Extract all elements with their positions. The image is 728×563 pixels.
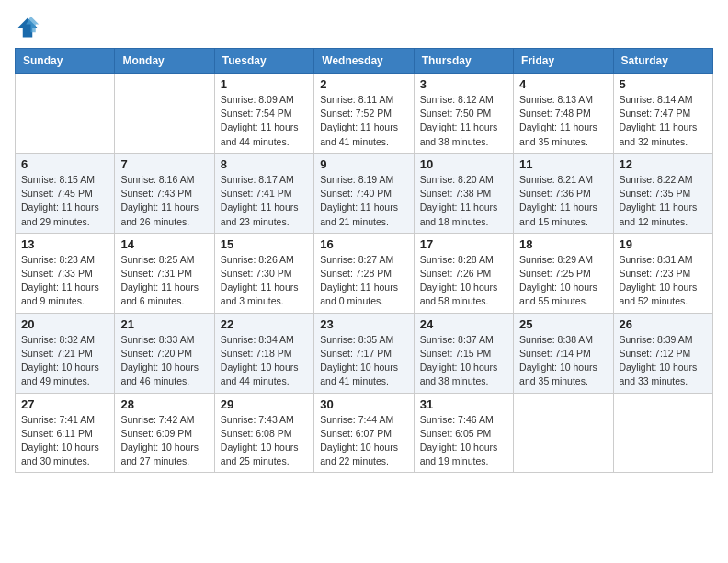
calendar-day-cell: 12Sunrise: 8:22 AM Sunset: 7:35 PM Dayli… bbox=[613, 153, 712, 233]
calendar-day-cell: 10Sunrise: 8:20 AM Sunset: 7:38 PM Dayli… bbox=[414, 153, 513, 233]
calendar-day-cell bbox=[613, 393, 712, 473]
calendar-day-cell: 17Sunrise: 8:28 AM Sunset: 7:26 PM Dayli… bbox=[414, 233, 513, 313]
day-number: 31 bbox=[420, 397, 507, 411]
day-number: 29 bbox=[221, 397, 308, 411]
day-info: Sunrise: 7:41 AM Sunset: 6:11 PM Dayligh… bbox=[21, 413, 108, 469]
day-number: 11 bbox=[519, 157, 607, 171]
day-info: Sunrise: 8:39 AM Sunset: 7:12 PM Dayligh… bbox=[620, 333, 707, 389]
day-number: 17 bbox=[420, 237, 507, 251]
day-info: Sunrise: 7:46 AM Sunset: 6:05 PM Dayligh… bbox=[420, 413, 507, 469]
weekday-header: Saturday bbox=[613, 49, 712, 74]
calendar-day-cell: 30Sunrise: 7:44 AM Sunset: 6:07 PM Dayli… bbox=[314, 393, 414, 473]
day-info: Sunrise: 8:35 AM Sunset: 7:17 PM Dayligh… bbox=[320, 333, 407, 389]
calendar-day-cell: 25Sunrise: 8:38 AM Sunset: 7:14 PM Dayli… bbox=[514, 313, 613, 393]
day-info: Sunrise: 8:34 AM Sunset: 7:18 PM Dayligh… bbox=[221, 333, 308, 389]
calendar-week-row: 6Sunrise: 8:15 AM Sunset: 7:45 PM Daylig… bbox=[16, 153, 713, 233]
day-number: 20 bbox=[21, 317, 108, 331]
day-number: 15 bbox=[221, 237, 308, 251]
page-header bbox=[15, 15, 713, 40]
calendar-day-cell bbox=[514, 393, 613, 473]
calendar-day-cell: 7Sunrise: 8:16 AM Sunset: 7:43 PM Daylig… bbox=[115, 153, 214, 233]
day-info: Sunrise: 8:17 AM Sunset: 7:41 PM Dayligh… bbox=[221, 173, 308, 229]
day-info: Sunrise: 8:38 AM Sunset: 7:14 PM Dayligh… bbox=[519, 333, 607, 389]
day-info: Sunrise: 8:29 AM Sunset: 7:25 PM Dayligh… bbox=[519, 253, 607, 309]
day-number: 21 bbox=[120, 317, 208, 331]
day-number: 4 bbox=[519, 77, 607, 91]
day-number: 28 bbox=[120, 397, 208, 411]
day-number: 1 bbox=[221, 77, 308, 91]
day-info: Sunrise: 8:31 AM Sunset: 7:23 PM Dayligh… bbox=[620, 253, 707, 309]
calendar-day-cell: 14Sunrise: 8:25 AM Sunset: 7:31 PM Dayli… bbox=[115, 233, 214, 313]
day-info: Sunrise: 8:26 AM Sunset: 7:30 PM Dayligh… bbox=[221, 253, 308, 309]
day-info: Sunrise: 8:28 AM Sunset: 7:26 PM Dayligh… bbox=[420, 253, 507, 309]
calendar-week-row: 1Sunrise: 8:09 AM Sunset: 7:54 PM Daylig… bbox=[16, 74, 713, 154]
day-info: Sunrise: 8:32 AM Sunset: 7:21 PM Dayligh… bbox=[21, 333, 108, 389]
day-number: 18 bbox=[519, 237, 607, 251]
weekday-header: Monday bbox=[115, 49, 214, 74]
day-info: Sunrise: 8:16 AM Sunset: 7:43 PM Dayligh… bbox=[120, 173, 208, 229]
calendar-day-cell: 4Sunrise: 8:13 AM Sunset: 7:48 PM Daylig… bbox=[514, 74, 613, 154]
day-number: 30 bbox=[320, 397, 407, 411]
calendar-day-cell: 23Sunrise: 8:35 AM Sunset: 7:17 PM Dayli… bbox=[314, 313, 414, 393]
weekday-header-row: SundayMondayTuesdayWednesdayThursdayFrid… bbox=[16, 49, 713, 74]
day-info: Sunrise: 8:25 AM Sunset: 7:31 PM Dayligh… bbox=[120, 253, 208, 309]
day-info: Sunrise: 8:23 AM Sunset: 7:33 PM Dayligh… bbox=[21, 253, 108, 309]
calendar-day-cell: 16Sunrise: 8:27 AM Sunset: 7:28 PM Dayli… bbox=[314, 233, 414, 313]
day-info: Sunrise: 8:12 AM Sunset: 7:50 PM Dayligh… bbox=[420, 93, 507, 149]
day-number: 2 bbox=[320, 77, 407, 91]
calendar-day-cell: 1Sunrise: 8:09 AM Sunset: 7:54 PM Daylig… bbox=[214, 74, 313, 154]
day-info: Sunrise: 8:14 AM Sunset: 7:47 PM Dayligh… bbox=[620, 93, 707, 149]
day-number: 5 bbox=[620, 77, 707, 91]
day-number: 27 bbox=[21, 397, 108, 411]
day-number: 26 bbox=[620, 317, 707, 331]
calendar-day-cell: 18Sunrise: 8:29 AM Sunset: 7:25 PM Dayli… bbox=[514, 233, 613, 313]
calendar-day-cell: 21Sunrise: 8:33 AM Sunset: 7:20 PM Dayli… bbox=[115, 313, 214, 393]
calendar-table: SundayMondayTuesdayWednesdayThursdayFrid… bbox=[15, 48, 713, 473]
day-info: Sunrise: 8:21 AM Sunset: 7:36 PM Dayligh… bbox=[519, 173, 607, 229]
logo bbox=[15, 15, 44, 40]
day-number: 25 bbox=[519, 317, 607, 331]
day-number: 3 bbox=[420, 77, 507, 91]
calendar-day-cell: 9Sunrise: 8:19 AM Sunset: 7:40 PM Daylig… bbox=[314, 153, 414, 233]
day-info: Sunrise: 8:13 AM Sunset: 7:48 PM Dayligh… bbox=[519, 93, 607, 149]
calendar-day-cell: 2Sunrise: 8:11 AM Sunset: 7:52 PM Daylig… bbox=[314, 74, 414, 154]
day-info: Sunrise: 8:27 AM Sunset: 7:28 PM Dayligh… bbox=[320, 253, 407, 309]
day-number: 10 bbox=[420, 157, 507, 171]
calendar-day-cell: 26Sunrise: 8:39 AM Sunset: 7:12 PM Dayli… bbox=[613, 313, 712, 393]
calendar-day-cell: 13Sunrise: 8:23 AM Sunset: 7:33 PM Dayli… bbox=[16, 233, 115, 313]
day-info: Sunrise: 8:37 AM Sunset: 7:15 PM Dayligh… bbox=[420, 333, 507, 389]
calendar-day-cell: 8Sunrise: 8:17 AM Sunset: 7:41 PM Daylig… bbox=[214, 153, 313, 233]
day-number: 23 bbox=[320, 317, 407, 331]
day-number: 13 bbox=[21, 237, 108, 251]
day-number: 8 bbox=[221, 157, 308, 171]
day-info: Sunrise: 8:15 AM Sunset: 7:45 PM Dayligh… bbox=[21, 173, 108, 229]
weekday-header: Sunday bbox=[16, 49, 115, 74]
day-info: Sunrise: 8:11 AM Sunset: 7:52 PM Dayligh… bbox=[320, 93, 407, 149]
day-info: Sunrise: 7:42 AM Sunset: 6:09 PM Dayligh… bbox=[120, 413, 208, 469]
day-number: 6 bbox=[21, 157, 108, 171]
day-info: Sunrise: 8:19 AM Sunset: 7:40 PM Dayligh… bbox=[320, 173, 407, 229]
calendar-week-row: 13Sunrise: 8:23 AM Sunset: 7:33 PM Dayli… bbox=[16, 233, 713, 313]
day-info: Sunrise: 7:43 AM Sunset: 6:08 PM Dayligh… bbox=[221, 413, 308, 469]
day-number: 19 bbox=[620, 237, 707, 251]
day-number: 7 bbox=[120, 157, 208, 171]
day-info: Sunrise: 7:44 AM Sunset: 6:07 PM Dayligh… bbox=[320, 413, 407, 469]
calendar-day-cell: 19Sunrise: 8:31 AM Sunset: 7:23 PM Dayli… bbox=[613, 233, 712, 313]
calendar-week-row: 20Sunrise: 8:32 AM Sunset: 7:21 PM Dayli… bbox=[16, 313, 713, 393]
weekday-header: Friday bbox=[514, 49, 613, 74]
day-number: 9 bbox=[320, 157, 407, 171]
calendar-day-cell: 24Sunrise: 8:37 AM Sunset: 7:15 PM Dayli… bbox=[414, 313, 513, 393]
calendar-day-cell: 15Sunrise: 8:26 AM Sunset: 7:30 PM Dayli… bbox=[214, 233, 313, 313]
calendar-day-cell: 28Sunrise: 7:42 AM Sunset: 6:09 PM Dayli… bbox=[115, 393, 214, 473]
calendar-day-cell: 11Sunrise: 8:21 AM Sunset: 7:36 PM Dayli… bbox=[514, 153, 613, 233]
calendar-day-cell: 20Sunrise: 8:32 AM Sunset: 7:21 PM Dayli… bbox=[16, 313, 115, 393]
day-number: 24 bbox=[420, 317, 507, 331]
weekday-header: Wednesday bbox=[314, 49, 414, 74]
day-number: 22 bbox=[221, 317, 308, 331]
day-number: 12 bbox=[620, 157, 707, 171]
day-number: 16 bbox=[320, 237, 407, 251]
day-info: Sunrise: 8:20 AM Sunset: 7:38 PM Dayligh… bbox=[420, 173, 507, 229]
calendar-day-cell: 6Sunrise: 8:15 AM Sunset: 7:45 PM Daylig… bbox=[16, 153, 115, 233]
calendar-day-cell: 5Sunrise: 8:14 AM Sunset: 7:47 PM Daylig… bbox=[613, 74, 712, 154]
day-info: Sunrise: 8:33 AM Sunset: 7:20 PM Dayligh… bbox=[120, 333, 208, 389]
